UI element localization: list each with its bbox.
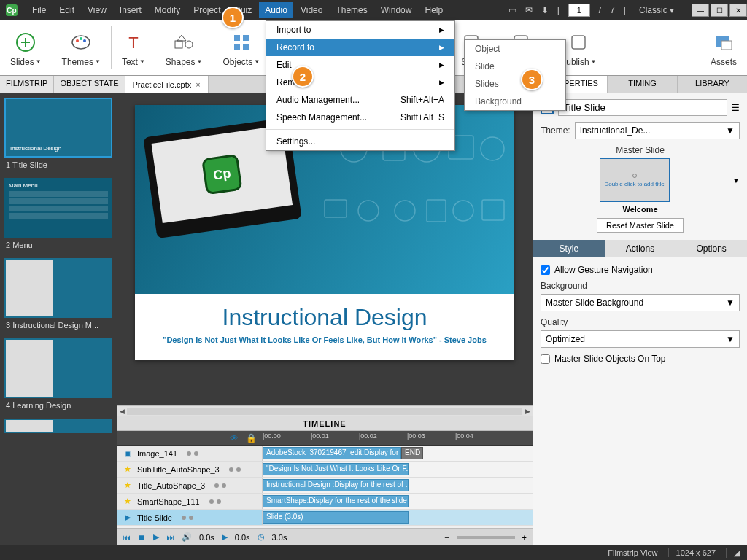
background-dropdown[interactable]: Master Slide Background▼ — [541, 294, 740, 311]
menu-window[interactable]: Window — [375, 2, 418, 18]
menu-project[interactable]: Project — [187, 2, 226, 18]
scroll-left-icon[interactable]: ◀ — [117, 408, 127, 415]
subtab-actions[interactable]: Actions — [605, 240, 676, 257]
zoom-out-button[interactable]: − — [444, 533, 449, 542]
theme-dropdown[interactable]: Instructional_De...▼ — [575, 122, 740, 139]
layer-bar[interactable]: AdobeStock_370219467_edit:Display for th… — [263, 447, 401, 459]
menu-view[interactable]: View — [82, 2, 112, 18]
menu-audio[interactable]: Audio — [259, 2, 293, 18]
scroll-right-icon[interactable]: ▶ — [522, 408, 533, 415]
tab-timing[interactable]: TIMING — [607, 76, 677, 93]
subtab-style[interactable]: Style — [533, 240, 605, 257]
menu-item-import-to[interactable]: Import to▶ — [266, 21, 454, 39]
layer-track[interactable]: Slide (3.0s) — [263, 510, 533, 525]
timeline-header: TIMELINE — [117, 416, 533, 431]
menu-icon[interactable]: ☰ — [732, 103, 740, 113]
layer-track[interactable]: "Design Is Not Just What It Looks Like O… — [263, 462, 533, 477]
page-current-input[interactable] — [568, 4, 590, 17]
filmstrip-thumb[interactable]: Instructional Design1 Title Slide — [4, 98, 112, 172]
audio-icon[interactable]: 🔊 — [182, 532, 192, 542]
play-button[interactable]: ▶ — [153, 532, 159, 542]
ribbon-shapes[interactable]: Shapes▼ — [155, 20, 213, 75]
close-icon[interactable]: × — [196, 80, 200, 89]
timeline-controls: ⏮ ⏹ ▶ ⏭ 🔊 0.0s ▶ 0.0s ◷ 3.0s − + — [117, 528, 533, 545]
layer-bar[interactable]: Slide (3.0s) — [263, 511, 409, 524]
quality-dropdown[interactable]: Optimized▼ — [541, 330, 740, 348]
timeline-ruler: 👁 🔒 |00:00|00:01|00:02|00:03|00:04 — [117, 431, 533, 446]
menu-item-settings-[interactable]: Settings... — [266, 133, 454, 150]
layer-bar[interactable]: "Design Is Not Just What It Looks Like O… — [263, 463, 409, 475]
menu-item-audio-management-[interactable]: Audio Management...Shift+Alt+A — [266, 91, 454, 109]
ribbon-slides[interactable]: Slides▼ — [0, 20, 52, 75]
allow-gesture-checkbox[interactable] — [541, 265, 550, 275]
layer-bar[interactable]: Instructional Design :Display for the re… — [263, 479, 409, 491]
svg-point-29 — [481, 137, 504, 160]
close-button[interactable]: ✕ — [729, 4, 747, 17]
forward-button[interactable]: ⏭ — [166, 533, 174, 542]
horizontal-scrollbar[interactable]: ◀ ▶ — [117, 405, 533, 416]
rewind-button[interactable]: ⏮ — [123, 533, 131, 542]
master-on-top-checkbox[interactable] — [541, 354, 550, 364]
submenu-item-slide[interactable]: Slide — [465, 58, 565, 75]
ribbon-assets[interactable]: Assets — [700, 20, 747, 75]
filmstrip-thumb[interactable]: 3 Instructional Design M... — [4, 258, 112, 332]
status-resize-grip[interactable]: ◢ — [726, 548, 740, 558]
menu-modify[interactable]: Modify — [149, 2, 186, 18]
filmstrip-thumb[interactable]: 4 Learning Design — [4, 338, 112, 413]
timeline-row[interactable]: ▣Image_141AdobeStock_370219467_edit:Disp… — [117, 446, 533, 462]
workspace-dropdown[interactable]: Classic ▾ — [635, 4, 678, 17]
layer-bar[interactable]: SmartShape:Display for the rest of the s… — [263, 495, 409, 508]
record-to-submenu: ObjectSlideSlidesBackground — [464, 39, 566, 111]
layer-track[interactable]: AdobeStock_370219467_edit:Display for th… — [263, 446, 533, 461]
ribbon-text[interactable]: TText▼ — [112, 20, 155, 75]
subtab-options[interactable]: Options — [676, 240, 747, 257]
menu-help[interactable]: Help — [419, 2, 449, 18]
timeline-row[interactable]: ★Title_AutoShape_3Instructional Design :… — [117, 478, 533, 494]
lock-icon[interactable]: 🔒 — [246, 433, 257, 443]
tab-library[interactable]: LIBRARY — [677, 76, 747, 93]
file-tab[interactable]: PracticeFile.cptx × — [125, 76, 209, 93]
timeline-row[interactable]: ★SubTitle_AutoShape_3"Design Is Not Just… — [117, 462, 533, 478]
menu-item-speech-management-[interactable]: Speech Management...Shift+Alt+S — [266, 109, 454, 126]
submenu-item-slides[interactable]: Slides — [465, 75, 565, 93]
shapes-icon — [173, 29, 195, 55]
submenu-item-background[interactable]: Background — [465, 93, 565, 110]
menu-file[interactable]: File — [26, 2, 52, 18]
ribbon-objects[interactable]: Objects▼ — [212, 20, 270, 75]
svg-rect-33 — [427, 200, 446, 222]
download-icon[interactable]: ⬇ — [541, 5, 549, 15]
slide-name-input[interactable] — [558, 99, 727, 116]
master-slide-thumb[interactable]: Double click to add title — [600, 158, 670, 202]
svg-rect-35 — [482, 200, 504, 220]
chevron-down-icon: ▼ — [726, 334, 735, 344]
timeline-row[interactable]: ★SmartShape_111SmartShape:Display for th… — [117, 494, 533, 510]
slides-icon — [14, 29, 37, 55]
menu-edit[interactable]: Edit — [53, 2, 80, 18]
menu-insert[interactable]: Insert — [114, 2, 147, 18]
zoom-in-button[interactable]: + — [522, 533, 527, 542]
menu-item-record-to[interactable]: Record to▶ — [266, 39, 454, 56]
layer-track[interactable]: SmartShape:Display for the rest of the s… — [263, 494, 533, 509]
mail-icon[interactable]: ✉ — [525, 5, 533, 15]
layer-track[interactable]: Instructional Design :Display for the re… — [263, 478, 533, 493]
filmstrip-thumb[interactable]: Main Menu2 Menu — [4, 178, 112, 252]
stop-button[interactable]: ⏹ — [138, 533, 146, 542]
tab-filmstrip[interactable]: FILMSTRIP — [0, 76, 54, 93]
tab-object-state[interactable]: OBJECT STATE — [54, 76, 125, 93]
zoom-slider[interactable] — [457, 536, 515, 539]
timeline-row[interactable]: ▶Title SlideSlide (3.0s) — [117, 510, 533, 526]
tab-icon[interactable]: ▭ — [508, 5, 516, 15]
visibility-icon[interactable]: 👁 — [230, 433, 239, 443]
clock-icon: ◷ — [258, 532, 265, 542]
menu-video[interactable]: Video — [295, 2, 328, 18]
background-value: Master Slide Background — [546, 298, 643, 308]
submenu-item-object[interactable]: Object — [465, 40, 565, 58]
layer-name: SubTitle_AutoShape_3 — [137, 465, 220, 474]
reset-master-button[interactable]: Reset Master Slide — [597, 218, 684, 233]
chevron-down-icon[interactable]: ▼ — [732, 176, 740, 184]
maximize-button[interactable]: ☐ — [711, 4, 728, 17]
menu-themes[interactable]: Themes — [330, 2, 373, 18]
ribbon-themes[interactable]: Themes▼ — [52, 20, 111, 75]
minimize-button[interactable]: — — [692, 4, 709, 17]
timeline-time-3: 3.0s — [272, 533, 287, 542]
